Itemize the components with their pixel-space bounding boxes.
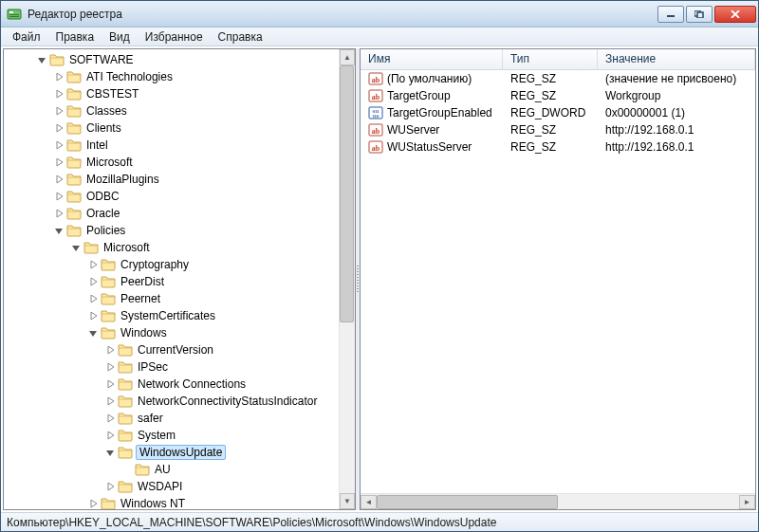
tree-item-windowsnt[interactable]: Windows NT — [4, 495, 339, 509]
tree-item-software[interactable]: SOFTWARE — [4, 51, 339, 68]
tree-vertical-scrollbar[interactable]: ▲ ▼ — [339, 49, 355, 509]
expand-icon[interactable] — [51, 69, 66, 84]
folder-icon — [101, 496, 116, 509]
expand-icon[interactable] — [85, 257, 101, 272]
values-horizontal-scrollbar[interactable]: ◄ ► — [361, 493, 755, 509]
tree-item-intel[interactable]: Intel — [4, 137, 339, 154]
folder-icon — [66, 69, 82, 84]
folder-icon — [118, 428, 133, 443]
tree-label: System — [136, 429, 177, 442]
tree-item-windows[interactable]: Windows — [4, 324, 339, 341]
column-name[interactable]: Имя — [361, 49, 503, 69]
minimize-button[interactable] — [657, 6, 684, 23]
value-row[interactable]: 011110TargetGroupEnabled REG_DWORD 0x000… — [361, 104, 755, 121]
splitter[interactable] — [356, 48, 360, 510]
svg-rect-4 — [667, 15, 675, 17]
menubar: Файл Правка Вид Избранное Справка — [1, 28, 758, 46]
tree-item-clients[interactable]: Clients — [4, 119, 339, 137]
menu-view[interactable]: Вид — [102, 28, 138, 46]
tree-item-au[interactable]: AU — [4, 461, 339, 478]
collapse-icon[interactable] — [34, 52, 49, 67]
value-row[interactable]: abWUServer REG_SZ http://192.168.0.1 — [361, 121, 755, 138]
expand-icon[interactable] — [102, 411, 118, 426]
menu-help[interactable]: Справка — [211, 28, 270, 46]
tree-item-oracle[interactable]: Oracle — [4, 205, 339, 222]
expand-icon[interactable] — [51, 103, 66, 119]
expand-icon[interactable] — [102, 376, 118, 392]
tree-item-systemcertificates[interactable]: SystemCertificates — [4, 307, 339, 324]
scroll-right-arrow[interactable]: ► — [739, 495, 755, 509]
tree-item-windowsupdate[interactable]: WindowsUpdate — [4, 444, 339, 461]
collapse-icon[interactable] — [85, 325, 101, 340]
scroll-thumb[interactable] — [377, 495, 558, 509]
tree-item-policies[interactable]: Policies — [4, 222, 339, 239]
collapse-icon[interactable] — [102, 445, 118, 460]
maximize-button[interactable] — [686, 6, 713, 23]
tree-item-currentversion[interactable]: CurrentVersion — [4, 341, 339, 358]
tree-item-microsoft[interactable]: Microsoft — [4, 154, 339, 171]
expand-icon[interactable] — [102, 394, 118, 409]
tree-item-mozillaplugins[interactable]: MozillaPlugins — [4, 171, 339, 188]
expand-icon[interactable] — [102, 342, 118, 358]
tree-item-networkconnections[interactable]: Network Connections — [4, 376, 339, 393]
statusbar: Компьютер\HKEY_LOCAL_MACHINE\SOFTWARE\Po… — [1, 512, 758, 531]
tree-item-ati[interactable]: ATI Technologies — [4, 68, 339, 85]
tree-item-cryptography[interactable]: Cryptography — [4, 256, 339, 273]
collapse-icon[interactable] — [51, 223, 66, 238]
tree-item-peernet[interactable]: Peernet — [4, 290, 339, 307]
tree-label: Microsoft — [84, 156, 135, 169]
scroll-left-arrow[interactable]: ◄ — [361, 495, 377, 509]
tree-item-ipsec[interactable]: IPSec — [4, 358, 339, 376]
folder-icon — [49, 52, 65, 67]
tree-item-peerdist[interactable]: PeerDist — [4, 273, 339, 290]
expand-icon[interactable] — [85, 496, 101, 509]
expand-icon[interactable] — [51, 189, 66, 204]
tree-item-classes[interactable]: Classes — [4, 102, 339, 119]
collapse-icon[interactable] — [68, 240, 83, 255]
value-data: http://192.168.0.1 — [598, 140, 755, 154]
tree-label: MozillaPlugins — [84, 173, 161, 186]
value-name: WUStatusServer — [387, 140, 472, 154]
expand-icon[interactable] — [102, 359, 118, 375]
expand-icon[interactable] — [51, 206, 66, 221]
expand-icon[interactable] — [51, 138, 66, 153]
tree-item-cbstest[interactable]: CBSTEST — [4, 85, 339, 102]
column-type[interactable]: Тип — [503, 49, 598, 69]
registry-tree[interactable]: SOFTWARE ATI Technologies CBSTEST Classe… — [4, 49, 339, 509]
menu-file[interactable]: Файл — [5, 28, 48, 46]
value-row[interactable]: ab(По умолчанию) REG_SZ (значение не при… — [361, 70, 755, 87]
close-button[interactable] — [714, 6, 756, 23]
expand-icon[interactable] — [51, 172, 66, 187]
expand-icon[interactable] — [85, 291, 101, 306]
expand-icon[interactable] — [102, 479, 118, 494]
values-list[interactable]: ab(По умолчанию) REG_SZ (значение не при… — [361, 70, 755, 493]
value-row[interactable]: abTargetGroup REG_SZ Workgroup — [361, 87, 755, 104]
expand-icon[interactable] — [51, 155, 66, 170]
scroll-down-arrow[interactable]: ▼ — [340, 493, 355, 509]
folder-icon — [66, 189, 82, 204]
tree-item-system[interactable]: System — [4, 427, 339, 444]
svg-text:ab: ab — [372, 127, 380, 136]
scroll-thumb[interactable] — [340, 65, 354, 322]
tree-label: AU — [153, 463, 173, 476]
tree-item-odbc[interactable]: ODBC — [4, 188, 339, 205]
tree-item-safer[interactable]: safer — [4, 410, 339, 427]
value-name: TargetGroupEnabled — [387, 106, 492, 119]
expand-icon[interactable] — [85, 274, 101, 289]
tree-item-policies_microsoft[interactable]: Microsoft — [4, 239, 339, 256]
expand-icon[interactable] — [102, 428, 118, 443]
expand-icon[interactable] — [51, 120, 66, 136]
folder-icon — [66, 223, 82, 238]
scroll-up-arrow[interactable]: ▲ — [340, 49, 355, 65]
menu-favorites[interactable]: Избранное — [138, 28, 211, 46]
column-value[interactable]: Значение — [598, 49, 755, 69]
folder-icon — [118, 376, 133, 392]
tree-item-wsdapi[interactable]: WSDAPI — [4, 478, 339, 495]
expand-icon[interactable] — [85, 308, 101, 323]
folder-icon — [101, 325, 116, 340]
expand-icon[interactable] — [51, 86, 66, 101]
folder-icon — [118, 359, 133, 375]
value-row[interactable]: abWUStatusServer REG_SZ http://192.168.0… — [361, 138, 755, 156]
menu-edit[interactable]: Правка — [48, 28, 102, 46]
tree-item-ncsi[interactable]: NetworkConnectivityStatusIndicator — [4, 393, 339, 410]
